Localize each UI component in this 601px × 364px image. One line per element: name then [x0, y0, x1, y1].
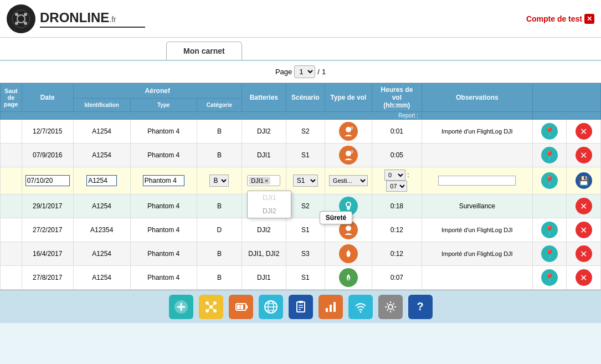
- cell-saut: [1, 218, 22, 242]
- page-select[interactable]: 1: [294, 65, 315, 78]
- save-button[interactable]: 💾: [576, 172, 592, 189]
- close-compte-button[interactable]: ✕: [584, 14, 594, 24]
- battery-dropdown[interactable]: DJI1 DJI2: [247, 191, 291, 218]
- type-vol-select[interactable]: Gesti...SurveillanceSûreté: [329, 175, 368, 186]
- dropdown-item-dji1[interactable]: DJI1: [248, 191, 291, 204]
- col-heures: Heures de vol(hh:mm): [372, 84, 422, 112]
- delete-button[interactable]: ✕: [576, 245, 592, 262]
- cell-scenario: S2: [286, 120, 325, 143]
- id-input[interactable]: [86, 175, 117, 186]
- cell-save-edit[interactable]: 💾: [567, 167, 601, 194]
- cell-scenario: S1: [286, 266, 325, 290]
- drone-icon: [339, 146, 358, 165]
- cell-scenario-edit[interactable]: S1S2S3: [286, 167, 325, 194]
- logo-fr: .fr: [109, 15, 116, 24]
- svg-rect-34: [246, 305, 248, 309]
- cell-batteries-edit[interactable]: DJI1 × DJI1 DJI2: [242, 167, 286, 194]
- logo-icon: [7, 4, 35, 33]
- total-pages: 1: [322, 68, 326, 76]
- drone-icon: [339, 122, 358, 141]
- col-batteries: Batteries: [242, 84, 286, 112]
- settings-button[interactable]: [378, 295, 403, 319]
- cell-delete[interactable]: ✕: [567, 194, 601, 218]
- svg-point-10: [346, 127, 351, 132]
- compte-test: Compte de test ✕: [526, 14, 594, 24]
- cell-cat-edit[interactable]: BACD: [197, 167, 242, 194]
- cell-delete[interactable]: ✕: [567, 266, 601, 290]
- svg-point-17: [347, 203, 350, 206]
- cell-cat: B: [197, 242, 242, 266]
- location-button[interactable]: 📍: [541, 172, 558, 189]
- cell-location[interactable]: 📍: [532, 242, 567, 266]
- battery-tag-area[interactable]: DJI1 ×: [247, 175, 280, 186]
- add-button[interactable]: [169, 295, 193, 319]
- cell-delete[interactable]: ✕: [567, 143, 601, 167]
- svg-line-59: [393, 303, 394, 304]
- svg-rect-35: [237, 305, 240, 309]
- cell-location[interactable]: 📍: [532, 218, 567, 242]
- hour-select[interactable]: 012: [384, 170, 405, 181]
- col-saut: Sautdepage: [1, 84, 22, 112]
- date-input[interactable]: [25, 175, 70, 186]
- mon-carnet-tab[interactable]: Mon carnet: [166, 42, 242, 60]
- cat-select[interactable]: BACD: [209, 175, 229, 187]
- cell-location[interactable]: 📍: [532, 266, 567, 290]
- chart-button[interactable]: [319, 295, 343, 319]
- location-button[interactable]: 📍: [541, 222, 558, 238]
- location-button[interactable]: 📍: [541, 147, 558, 163]
- svg-line-58: [387, 309, 388, 310]
- page-separator: /: [317, 68, 320, 76]
- table-row: 16/4/2017 A1254 Phantom 4 B DJI1, DJI2 S…: [1, 242, 601, 266]
- delete-button[interactable]: ✕: [576, 269, 592, 286]
- cell-type: Phantom 4: [130, 143, 197, 167]
- clipboard-button[interactable]: [289, 295, 313, 319]
- cell-id: A1254: [73, 120, 130, 143]
- help-button[interactable]: ?: [408, 295, 433, 319]
- cell-location[interactable]: 📍: [532, 143, 567, 167]
- cell-type-edit[interactable]: [130, 167, 197, 194]
- cell-empty: [532, 194, 567, 218]
- wifi-button[interactable]: [348, 295, 373, 319]
- dropdown-item-dji2[interactable]: DJI2: [248, 204, 291, 218]
- help-icon: ?: [417, 300, 423, 313]
- table-wrapper: Sautdepage Date Aéronef Batteries Scénar…: [0, 83, 601, 290]
- drone-button[interactable]: [199, 295, 223, 319]
- cell-heures-edit[interactable]: 012 : 071015: [372, 167, 422, 194]
- cell-date: 27/8/2017: [22, 266, 73, 290]
- cell-batteries: DJI2: [242, 120, 286, 143]
- cell-delete[interactable]: ✕: [567, 218, 601, 242]
- scenario-select[interactable]: S1S2S3: [293, 175, 318, 187]
- cell-batteries: DJI1: [242, 266, 286, 290]
- delete-button[interactable]: ✕: [576, 222, 592, 238]
- delete-button[interactable]: ✕: [576, 147, 592, 163]
- delete-button[interactable]: ✕: [576, 123, 592, 140]
- cell-obs: [422, 266, 532, 290]
- svg-rect-19: [347, 253, 350, 257]
- surete-tooltip: Sûreté: [320, 211, 352, 224]
- delete-button[interactable]: ✕: [576, 198, 592, 214]
- cell-type: Phantom 4: [130, 194, 197, 218]
- cell-location-edit[interactable]: 📍: [532, 167, 567, 194]
- cell-type-vol-edit[interactable]: Gesti...SurveillanceSûreté: [325, 167, 372, 194]
- location-button[interactable]: 📍: [541, 123, 558, 140]
- location-button[interactable]: 📍: [541, 245, 558, 262]
- svg-rect-48: [330, 305, 332, 312]
- location-button[interactable]: 📍: [541, 269, 558, 286]
- cell-heures: 0:07: [372, 266, 422, 290]
- battery-tag: DJI1 ×: [249, 177, 270, 184]
- type-input[interactable]: [143, 175, 184, 186]
- globe-button[interactable]: [259, 295, 283, 319]
- cell-delete[interactable]: ✕: [567, 120, 601, 143]
- cell-date-edit[interactable]: [22, 167, 73, 194]
- min-select[interactable]: 071015: [386, 181, 407, 192]
- cell-type-vol: [325, 143, 372, 167]
- cell-batteries: DJI1, DJI2: [242, 242, 286, 266]
- obs-input[interactable]: [438, 176, 516, 186]
- cell-obs-edit[interactable]: [422, 167, 532, 194]
- tag-remove[interactable]: ×: [265, 177, 268, 184]
- cell-delete[interactable]: ✕: [567, 242, 601, 266]
- cell-location[interactable]: 📍: [532, 120, 567, 143]
- battery-button[interactable]: [229, 295, 253, 319]
- col-aeronef: Aéronef: [73, 84, 242, 99]
- cell-id-edit[interactable]: [73, 167, 130, 194]
